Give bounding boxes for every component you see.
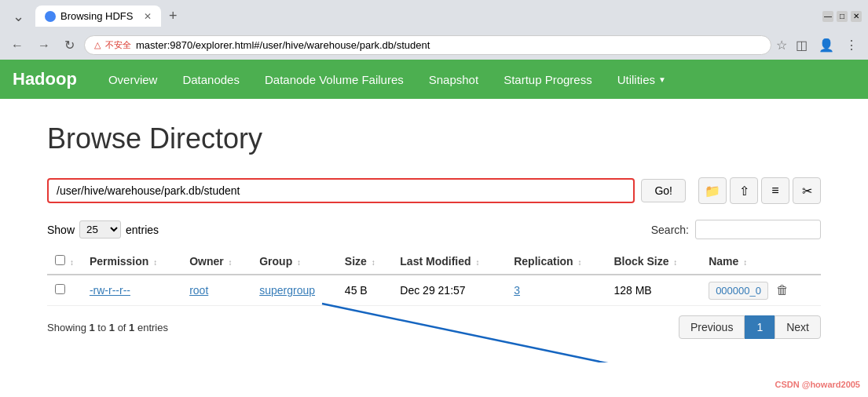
replication-link[interactable]: 3 [514, 284, 520, 297]
main-content: Browse Directory Go! 📁 ⇧ ≡ ✂ Show 25 50 … [0, 99, 868, 362]
url-input[interactable] [136, 39, 761, 51]
forward-button[interactable]: → [33, 37, 55, 54]
showing-text: Showing 1 to 1 of 1 entries [47, 322, 168, 333]
th-last-modified[interactable]: Last Modified ↕ [392, 249, 506, 275]
page-1-button[interactable]: 1 [745, 315, 775, 339]
tab-favicon [45, 11, 56, 22]
table-container: ↕ Permission ↕ Owner ↕ Group ↕ [47, 249, 821, 306]
nav-snapshot[interactable]: Snapshot [416, 62, 491, 97]
sort-icon-replication: ↕ [578, 258, 582, 267]
th-block-size[interactable]: Block Size ↕ [606, 249, 701, 275]
row-checkbox[interactable] [55, 284, 65, 294]
pagination: Previous 1 Next [679, 315, 821, 339]
nav-startup-progress[interactable]: Startup Progress [491, 62, 605, 97]
previous-button[interactable]: Previous [679, 315, 745, 339]
owner-link[interactable]: root [189, 284, 208, 297]
showing-to: 1 [109, 322, 115, 333]
th-last-modified-label: Last Modified [400, 255, 471, 268]
sort-icon-owner: ↕ [229, 258, 233, 267]
upload-icon-btn[interactable]: ⇧ [730, 177, 758, 204]
go-button[interactable]: Go! [641, 179, 686, 202]
th-size-label: Size [345, 255, 367, 268]
hadoop-brand: Hadoop [13, 69, 77, 89]
profile-icon[interactable]: 👤 [815, 36, 838, 54]
th-group-label: Group [259, 255, 292, 268]
scissors-icon-btn[interactable]: ✂ [793, 177, 821, 204]
show-label: Show [47, 224, 75, 236]
path-input[interactable] [47, 178, 635, 203]
th-owner[interactable]: Owner ↕ [181, 249, 251, 275]
search-input[interactable] [695, 220, 821, 239]
file-name-link[interactable]: 000000_0 [709, 282, 768, 300]
entries-select[interactable]: 25 50 100 [79, 220, 121, 239]
th-permission-label: Permission [90, 255, 148, 268]
showing-total: 1 [129, 322, 134, 333]
th-owner-label: Owner [189, 255, 224, 268]
bookmark-icon[interactable]: ☆ [776, 38, 787, 53]
sort-icon-permission: ↕ [153, 258, 157, 267]
back-button[interactable]: ← [6, 37, 28, 54]
menu-icon[interactable]: ⋮ [841, 36, 862, 54]
page-title: Browse Directory [47, 122, 821, 155]
nav-overview[interactable]: Overview [96, 62, 170, 97]
sort-icon-group: ↕ [297, 258, 301, 267]
next-button[interactable]: Next [775, 315, 821, 339]
th-name[interactable]: Name ↕ [701, 249, 821, 275]
tab-close-button[interactable]: ✕ [144, 11, 152, 22]
hadoop-navbar: Hadoop Overview Datanodes Datanode Volum… [0, 60, 868, 99]
icon-btn-group: 📁 ⇧ ≡ ✂ [698, 177, 821, 204]
sort-icon-checkbox: ↕ [70, 258, 74, 267]
not-secure-icon: △ [94, 40, 101, 50]
th-block-size-label: Block Size [613, 255, 668, 268]
select-all-checkbox[interactable] [55, 255, 65, 265]
nav-utilities[interactable]: Utilities ▼ [605, 62, 679, 97]
sort-icon-size: ↕ [372, 258, 375, 267]
th-size[interactable]: Size ↕ [337, 249, 392, 275]
th-replication-label: Replication [514, 255, 573, 268]
size-value: 45 B [345, 284, 368, 297]
tab-history-icon[interactable]: ⌄ [6, 6, 31, 27]
nav-datanode-volume-failures[interactable]: Datanode Volume Failures [252, 62, 416, 97]
nav-utilities-label: Utilities [617, 73, 655, 86]
list-icon-btn[interactable]: ≡ [761, 177, 789, 204]
data-table: ↕ Permission ↕ Owner ↕ Group ↕ [47, 249, 821, 306]
path-bar: Go! 📁 ⇧ ≡ ✂ [47, 177, 821, 204]
search-label: Search: [651, 224, 689, 236]
last-modified-value: Dec 29 21:57 [400, 284, 465, 297]
extensions-icon[interactable]: ◫ [792, 36, 811, 54]
reload-button[interactable]: ↻ [60, 36, 79, 54]
th-name-label: Name [709, 255, 738, 268]
th-permission[interactable]: Permission ↕ [82, 249, 181, 275]
group-link[interactable]: supergroup [259, 284, 315, 297]
table-row: -rw-r--r-- root supergroup 45 B Dec 29 2… [47, 275, 821, 306]
entries-label: entries [126, 224, 159, 236]
maximize-button[interactable]: □ [837, 11, 848, 22]
sort-icon-block-size: ↕ [673, 258, 677, 267]
show-entries-row: Show 25 50 100 entries Search: [47, 220, 821, 239]
sort-icon-name: ↕ [743, 258, 747, 267]
close-button[interactable]: ✕ [851, 11, 862, 22]
nav-datanodes[interactable]: Datanodes [170, 62, 252, 97]
not-secure-label: 不安全 [105, 39, 131, 51]
search-bar: Search: [651, 220, 821, 239]
th-replication[interactable]: Replication ↕ [506, 249, 606, 275]
block-size-value: 128 MB [613, 284, 651, 297]
th-group[interactable]: Group ↕ [251, 249, 337, 275]
folder-icon-btn[interactable]: 📁 [698, 177, 727, 204]
delete-button[interactable]: 🗑 [771, 282, 793, 299]
permission-link[interactable]: -rw-r--r-- [90, 284, 130, 297]
tab-title: Browsing HDFS [60, 10, 133, 22]
nav-utilities-caret: ▼ [658, 75, 666, 84]
sort-icon-last-modified: ↕ [475, 258, 479, 267]
table-header-row: ↕ Permission ↕ Owner ↕ Group ↕ [47, 249, 821, 275]
active-tab[interactable]: Browsing HDFS ✕ [35, 5, 161, 27]
table-footer: Showing 1 to 1 of 1 entries Previous 1 N… [47, 315, 821, 339]
address-bar: △ 不安全 [84, 35, 771, 55]
minimize-button[interactable]: — [822, 11, 833, 22]
showing-from: 1 [89, 322, 94, 333]
new-tab-button[interactable]: + [161, 5, 185, 27]
